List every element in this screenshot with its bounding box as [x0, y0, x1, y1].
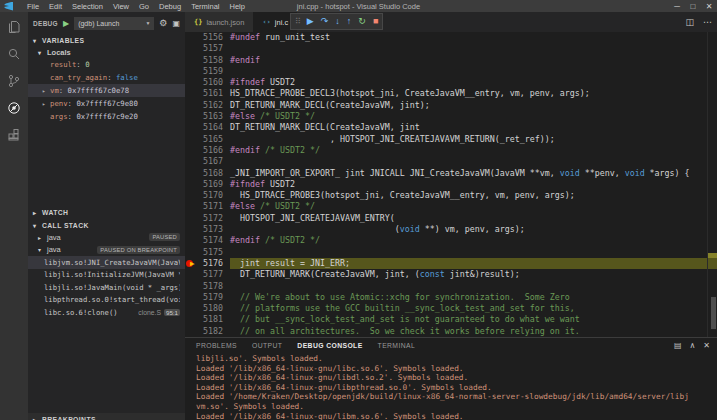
- gutter-glyph-margin[interactable]: [185, 326, 197, 337]
- close-button[interactable]: ✕: [701, 2, 717, 11]
- code-line: 5173 (void **) vm, penv, args);: [185, 224, 717, 235]
- gutter-glyph-margin[interactable]: [185, 32, 197, 43]
- stack-frame-row[interactable]: libjli.so!InitializeJVM(JavaVM **: [28, 269, 185, 282]
- debug-icon[interactable]: [6, 100, 22, 116]
- gutter-glyph-margin[interactable]: [185, 134, 197, 145]
- menu-terminal[interactable]: Terminal: [186, 2, 224, 11]
- panel-tab-problems[interactable]: PROBLEMS: [196, 342, 237, 349]
- drag-grip-icon[interactable]: ⠿: [295, 17, 300, 26]
- gutter-glyph-margin[interactable]: [185, 224, 197, 235]
- variable-name: can_try_again: [50, 73, 107, 82]
- menu-view[interactable]: View: [108, 2, 134, 11]
- gutter-glyph-margin[interactable]: [185, 235, 197, 246]
- tab-launch-json[interactable]: {} launch.json: [185, 12, 253, 32]
- gutter-glyph-margin[interactable]: [185, 100, 197, 111]
- gutter-glyph-margin[interactable]: [185, 292, 197, 303]
- start-debug-button[interactable]: ▶: [63, 19, 69, 28]
- menu-selection[interactable]: Selection: [67, 2, 108, 11]
- output-actions-icon[interactable]: ▤: [674, 341, 682, 350]
- console-line: libjli.so'. Symbols loaded.: [196, 354, 705, 364]
- code-editor[interactable]: 5156#undef run_unit_test51575158#endif51…: [185, 32, 717, 337]
- code-text: // We're about to use Atomic::xchg for s…: [230, 292, 717, 303]
- close-panel-icon[interactable]: ✕: [703, 341, 710, 350]
- extensions-icon[interactable]: [6, 127, 22, 143]
- gutter-glyph-margin[interactable]: [185, 314, 197, 325]
- minimize-button[interactable]: ─: [669, 2, 685, 11]
- debug-toolbar-buttons: ▶↷↓↑↻■: [307, 17, 378, 26]
- watch-section: ▸ WATCH: [28, 206, 185, 218]
- code-text: #endif /* USDT2 */: [230, 145, 717, 156]
- continue-icon[interactable]: ▶: [307, 17, 314, 26]
- code-text: #ifndef USDT2: [230, 77, 717, 88]
- menu-debug[interactable]: Debug: [154, 2, 186, 11]
- step-out-icon[interactable]: ↑: [347, 17, 352, 26]
- code-line: 5163#else /* USDT2 */: [185, 111, 717, 122]
- gutter-glyph-margin[interactable]: [185, 66, 197, 77]
- gutter-glyph-margin[interactable]: [185, 43, 197, 54]
- variable-row[interactable]: args: 0x7ffff67c9e20: [28, 110, 185, 123]
- debug-console-icon[interactable]: ▣: [172, 19, 180, 28]
- debug-sidebar-toolbar: DEBUG ▶ (gdb) Launch ▼ ⚙ ▣: [28, 12, 185, 34]
- call-stack-header[interactable]: ▾ CALL STACK: [28, 219, 185, 231]
- menu-help[interactable]: Help: [224, 2, 249, 11]
- scrollbar-thumb[interactable]: [711, 297, 716, 329]
- maximize-panel-icon[interactable]: ∧: [689, 341, 695, 350]
- debug-sidebar: DEBUG ▶ (gdb) Launch ▼ ⚙ ▣ ▾ VARIABLES ▾…: [28, 12, 185, 420]
- code-line: 5156#undef run_unit_test: [185, 32, 717, 43]
- gutter-glyph-margin[interactable]: [185, 179, 197, 190]
- more-actions-icon[interactable]: ⋯: [703, 17, 712, 27]
- step-into-icon[interactable]: ↓: [335, 17, 340, 26]
- source-control-icon[interactable]: [6, 73, 22, 89]
- variable-row[interactable]: can_try_again: false: [28, 71, 185, 84]
- scope-locals[interactable]: ▾ Locals: [28, 46, 185, 58]
- launch-config-select[interactable]: (gdb) Launch ▼: [74, 17, 154, 30]
- variable-row[interactable]: result: 0: [28, 58, 185, 71]
- gutter-glyph-margin[interactable]: [185, 190, 197, 201]
- gutter-glyph-margin[interactable]: [185, 156, 197, 167]
- thread-row[interactable]: ▾javaPAUSED ON BREAKPOINT: [28, 244, 185, 257]
- stack-frame-row[interactable]: libjvm.so!JNI_CreateJavaVM(JavaVM: [28, 256, 185, 269]
- stack-frame-row[interactable]: libpthread.so.0!start_thread(void: [28, 294, 185, 307]
- search-icon[interactable]: [6, 46, 22, 62]
- stop-icon[interactable]: ■: [373, 17, 378, 26]
- step-over-icon[interactable]: ↷: [321, 17, 329, 26]
- panel-tab-output[interactable]: OUTPUT: [252, 342, 282, 349]
- gutter-glyph-margin[interactable]: [185, 213, 197, 224]
- frame-label: libpthread.so.0!start_thread(void: [44, 295, 180, 304]
- gutter-glyph-margin[interactable]: [185, 77, 197, 88]
- variable-value: false: [116, 73, 138, 82]
- thread-row[interactable]: ▸javaPAUSED: [28, 231, 185, 244]
- watch-header[interactable]: ▸ WATCH: [28, 206, 185, 218]
- explorer-icon[interactable]: [6, 19, 22, 35]
- variables-header[interactable]: ▾ VARIABLES: [28, 34, 185, 46]
- gutter-glyph-margin[interactable]: [185, 269, 197, 280]
- gutter-glyph-margin[interactable]: [185, 201, 197, 212]
- stack-frame-row[interactable]: libc.so.6!clone()clone.S95:1: [28, 306, 185, 319]
- split-editor-icon[interactable]: ◫: [685, 17, 694, 27]
- gutter-glyph-margin[interactable]: [185, 168, 197, 179]
- menu-file[interactable]: File: [22, 2, 44, 11]
- debug-console-output[interactable]: libjli.so'. Symbols loaded.Loaded '/lib/…: [196, 354, 705, 420]
- breakpoints-header[interactable]: ▸ BREAKPOINTS: [28, 413, 185, 420]
- gear-icon[interactable]: ⚙: [159, 19, 167, 28]
- variable-row[interactable]: ▸penv: 0x7ffff67c9e80: [28, 97, 185, 110]
- code-line: 5178: [185, 281, 717, 292]
- panel-tab-debug-console[interactable]: DEBUG CONSOLE: [297, 342, 362, 349]
- panel-tab-terminal[interactable]: TERMINAL: [378, 342, 416, 349]
- gutter-glyph-margin[interactable]: [185, 55, 197, 66]
- restart-icon[interactable]: ↻: [358, 17, 366, 26]
- gutter-glyph-margin[interactable]: [185, 122, 197, 133]
- gutter-glyph-margin[interactable]: [185, 281, 197, 292]
- gutter-glyph-margin[interactable]: ▶: [185, 258, 197, 269]
- gutter-glyph-margin[interactable]: [185, 303, 197, 314]
- gutter-glyph-margin[interactable]: [185, 247, 197, 258]
- stack-frame-row[interactable]: libjli.so!JavaMain(void * _args): [28, 281, 185, 294]
- maximize-button[interactable]: □: [685, 2, 701, 11]
- menu-edit[interactable]: Edit: [44, 2, 67, 11]
- gutter-glyph-margin[interactable]: [185, 111, 197, 122]
- gutter-glyph-margin[interactable]: [185, 88, 197, 99]
- variable-row[interactable]: ▸vm: 0x7ffff67c0e78: [28, 84, 185, 97]
- menu-go[interactable]: Go: [134, 2, 154, 11]
- gutter-glyph-margin[interactable]: [185, 145, 197, 156]
- variable-value: 0x7ffff67c0e78: [68, 86, 130, 95]
